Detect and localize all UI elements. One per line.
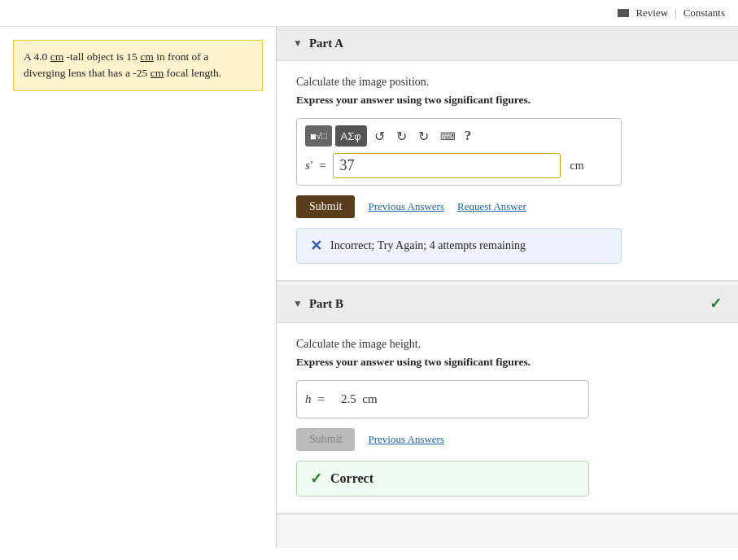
part-a-input[interactable] [333, 153, 561, 178]
part-a-submit-row: Submit Previous Answers Request Answer [296, 195, 718, 218]
keyboard-icon: ⌨ [440, 130, 456, 142]
part-b-submit-row: Submit Previous Answers [296, 428, 718, 451]
part-b-input-row: h = [296, 380, 589, 418]
part-b-header-left: ▼ Part B [293, 297, 343, 311]
part-a-title: Part A [309, 37, 343, 50]
constants-link[interactable]: Constants [683, 7, 725, 20]
part-a-chevron-icon: ▼ [293, 37, 303, 50]
main-content: ▼ Part A Calculate the image position. E… [277, 27, 738, 548]
part-a-previous-answers-btn[interactable]: Previous Answers [368, 200, 444, 213]
part-a-feedback-box: ✕ Incorrect; Try Again; 4 attempts remai… [296, 228, 622, 264]
part-b-instruction: Express your answer using two significan… [296, 356, 718, 369]
review-link[interactable]: Review [635, 7, 668, 20]
undo-icon: ↺ [374, 129, 385, 144]
part-a-body: Calculate the image position. Express yo… [277, 61, 738, 282]
review-icon [618, 9, 629, 17]
keyboard-btn[interactable]: ⌨ [436, 125, 460, 147]
part-b-chevron-icon: ▼ [293, 298, 303, 310]
part-a-input-row: s′ = cm [305, 153, 613, 178]
sqrt-icon: √□ [317, 131, 327, 141]
part-a-toolbar: ■ √□ AΣφ ↺ ↻ ↻ [305, 125, 613, 147]
part-b-section: ▼ Part B ✓ Calculate the image height. E… [277, 285, 738, 514]
part-a-equals: = [319, 159, 325, 173]
part-b-body: Calculate the image height. Express your… [277, 323, 738, 514]
part-a-submit-btn[interactable]: Submit [296, 195, 355, 218]
part-a-input-label: s′ [305, 159, 312, 173]
part-b-feedback-box: ✓ Correct [296, 461, 589, 497]
part-b-equals: = [318, 392, 325, 406]
top-bar-links: Review | Constants [618, 7, 725, 20]
refresh-btn[interactable]: ↻ [414, 125, 433, 147]
part-a-instruction: Express your answer using two significan… [296, 94, 718, 107]
part-a-header[interactable]: ▼ Part A [277, 27, 738, 61]
greek-symbol-btn[interactable]: AΣφ [335, 125, 367, 147]
part-a-math-container: ■ √□ AΣφ ↺ ↻ ↻ [296, 118, 622, 186]
redo-btn[interactable]: ↻ [392, 125, 411, 147]
part-b-checkmark-icon: ✓ [710, 295, 722, 313]
redo-icon: ↻ [396, 129, 407, 144]
part-a-feedback-text: Incorrect; Try Again; 4 attempts remaini… [330, 239, 526, 252]
sidebar: A 4.0 cm -tall object is 15 cm in front … [0, 27, 277, 548]
part-b-feedback-text: Correct [330, 471, 373, 486]
part-b-header[interactable]: ▼ Part B ✓ [277, 285, 738, 323]
part-a-unit: cm [570, 160, 584, 173]
separator: | [675, 7, 677, 20]
part-b-question: Calculate the image height. [296, 338, 718, 351]
part-a-section: ▼ Part A Calculate the image position. E… [277, 27, 738, 282]
part-b-previous-answers-btn[interactable]: Previous Answers [368, 433, 444, 446]
part-b-input-label: h [305, 392, 312, 406]
part-b-input[interactable] [331, 386, 580, 413]
incorrect-icon: ✕ [310, 237, 322, 255]
part-b-submit-btn[interactable]: Submit [296, 428, 355, 451]
top-bar: Review | Constants [0, 0, 738, 27]
part-b-title: Part B [309, 297, 343, 311]
math-symbol-btn[interactable]: ■ √□ [305, 125, 332, 147]
problem-statement: A 4.0 cm -tall object is 15 cm in front … [13, 40, 263, 91]
greek-symbol-icon: AΣφ [341, 130, 361, 142]
part-a-question: Calculate the image position. [296, 76, 718, 89]
correct-check-icon: ✓ [310, 470, 322, 488]
refresh-icon: ↻ [418, 129, 429, 144]
part-a-header-left: ▼ Part A [293, 37, 343, 50]
part-a-request-answer-btn[interactable]: Request Answer [457, 200, 526, 213]
math-symbol-icon: ■ [310, 130, 317, 142]
undo-btn[interactable]: ↺ [370, 125, 389, 147]
help-icon[interactable]: ? [465, 128, 472, 144]
